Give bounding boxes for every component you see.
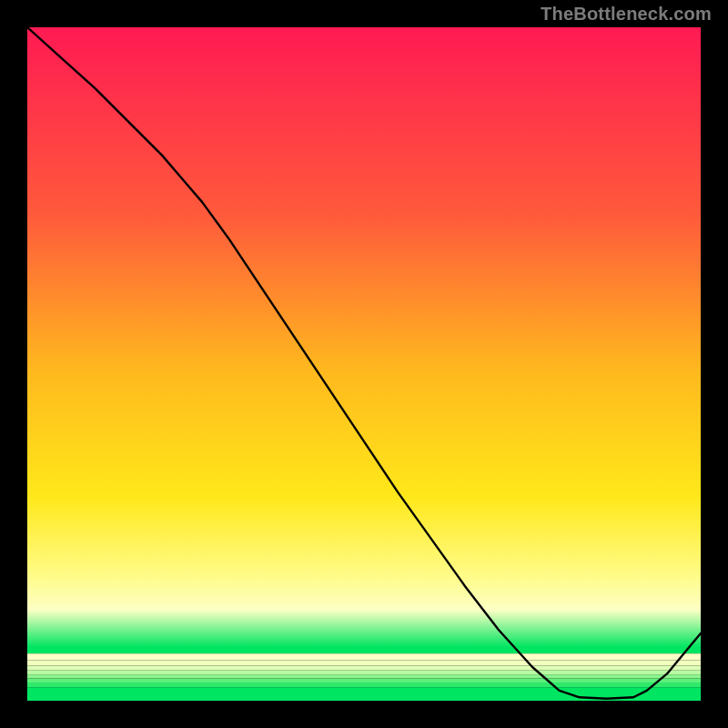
chart-canvas: TheBottleneck.com xyxy=(0,0,728,728)
svg-rect-6 xyxy=(27,682,701,687)
svg-rect-1 xyxy=(27,661,701,666)
bottom-strips xyxy=(27,653,701,701)
svg-rect-5 xyxy=(27,679,701,682)
svg-rect-3 xyxy=(27,671,701,674)
watermark-text: TheBottleneck.com xyxy=(541,4,712,25)
svg-rect-4 xyxy=(27,674,701,678)
plot-area xyxy=(27,27,701,701)
chart-svg xyxy=(27,27,701,701)
svg-rect-0 xyxy=(27,653,701,660)
svg-rect-2 xyxy=(27,666,701,671)
